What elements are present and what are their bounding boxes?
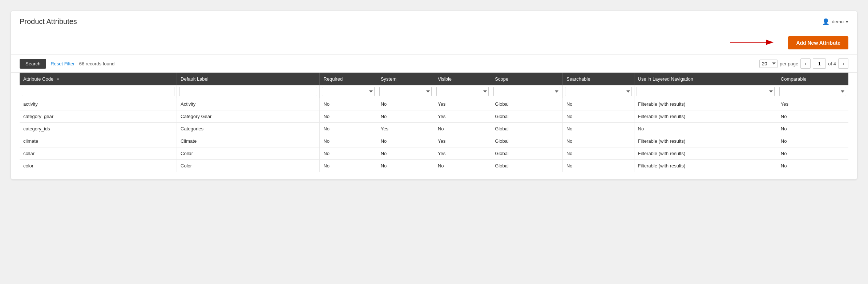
table-row[interactable]: category_gearCategory GearNoNoYesGlobalN…	[20, 110, 848, 123]
filter-label-input[interactable]	[179, 87, 317, 96]
cell-required: No	[320, 147, 377, 160]
page-number-input[interactable]	[813, 58, 826, 69]
table-row[interactable]: climateClimateNoNoYesGlobalNoFilterable …	[20, 135, 848, 147]
table-row[interactable]: collarCollarNoNoYesGlobalNoFilterable (w…	[20, 147, 848, 160]
cell-comparable: No	[777, 123, 848, 135]
cell-scope: Global	[491, 160, 563, 172]
attributes-table: Attribute Code ▼ Default Label Required …	[20, 73, 848, 172]
cell-layered: No	[634, 123, 777, 135]
col-header-comparable[interactable]: Comparable	[777, 73, 848, 85]
cell-visible: No	[434, 123, 491, 135]
per-page-select[interactable]: 20 30 50 100 200	[759, 60, 778, 68]
cell-layered: Filterable (with results)	[634, 147, 777, 160]
cell-code: category_gear	[20, 110, 177, 123]
add-new-attribute-button[interactable]: Add New Attribute	[788, 36, 848, 49]
cell-visible: Yes	[434, 135, 491, 147]
cell-required: No	[320, 123, 377, 135]
cell-searchable: No	[562, 98, 634, 110]
cell-label: Collar	[177, 147, 320, 160]
cell-layered: Filterable (with results)	[634, 110, 777, 123]
cell-system: No	[377, 98, 434, 110]
cell-comparable: No	[777, 147, 848, 160]
cell-searchable: No	[562, 123, 634, 135]
cell-label: Color	[177, 160, 320, 172]
cell-code: collar	[20, 147, 177, 160]
cell-label: Climate	[177, 135, 320, 147]
user-name: demo	[832, 19, 844, 24]
cell-comparable: Yes	[777, 98, 848, 110]
cell-searchable: No	[562, 135, 634, 147]
cell-required: No	[320, 160, 377, 172]
table-row[interactable]: category_idsCategoriesNoYesNoGlobalNoNoN…	[20, 123, 848, 135]
cell-scope: Global	[491, 110, 563, 123]
records-found-label: 66 records found	[79, 61, 115, 66]
filter-comparable-select[interactable]: YesNo	[779, 87, 846, 96]
arrow-annotation	[730, 37, 774, 49]
cell-visible: No	[434, 160, 491, 172]
search-button[interactable]: Search	[20, 59, 46, 69]
filter-code-input[interactable]	[22, 87, 174, 96]
per-page-label: per page	[780, 61, 798, 66]
cell-system: No	[377, 135, 434, 147]
prev-page-button[interactable]: ‹	[800, 58, 811, 69]
cell-system: No	[377, 160, 434, 172]
filter-scope-select[interactable]: GlobalWebsiteStore View	[493, 87, 560, 96]
user-menu[interactable]: 👤 demo ▾	[822, 18, 848, 25]
cell-searchable: No	[562, 160, 634, 172]
col-header-layered[interactable]: Use in Layered Navigation	[634, 73, 777, 85]
pagination-area: 20 30 50 100 200 per page ‹ of 4 ›	[759, 58, 848, 69]
table-container: Attribute Code ▼ Default Label Required …	[11, 73, 857, 172]
col-header-visible[interactable]: Visible	[434, 73, 491, 85]
cell-required: No	[320, 135, 377, 147]
reset-filter-link[interactable]: Reset Filter	[51, 61, 74, 66]
cell-label: Activity	[177, 98, 320, 110]
col-header-system[interactable]: System	[377, 73, 434, 85]
cell-comparable: No	[777, 110, 848, 123]
cell-code: color	[20, 160, 177, 172]
cell-code: category_ids	[20, 123, 177, 135]
cell-code: climate	[20, 135, 177, 147]
svg-marker-1	[766, 40, 774, 45]
cell-label: Category Gear	[177, 110, 320, 123]
main-card: Product Attributes 👤 demo ▾ Add New Attr…	[11, 11, 857, 179]
cell-scope: Global	[491, 147, 563, 160]
page-title: Product Attributes	[20, 17, 77, 26]
cell-system: No	[377, 110, 434, 123]
cell-label: Categories	[177, 123, 320, 135]
cell-searchable: No	[562, 110, 634, 123]
table-row[interactable]: activityActivityNoNoYesGlobalNoFilterabl…	[20, 98, 848, 110]
next-page-button[interactable]: ›	[838, 58, 848, 69]
cell-layered: Filterable (with results)	[634, 98, 777, 110]
card-header: Product Attributes 👤 demo ▾	[11, 11, 857, 31]
cell-system: Yes	[377, 123, 434, 135]
filter-system-select[interactable]: YesNo	[379, 87, 432, 96]
cell-visible: Yes	[434, 110, 491, 123]
total-pages-label: of 4	[828, 61, 836, 66]
cell-code: activity	[20, 98, 177, 110]
table-header-row: Attribute Code ▼ Default Label Required …	[20, 73, 848, 85]
col-header-code[interactable]: Attribute Code ▼	[20, 73, 177, 85]
filter-visible-select[interactable]: YesNo	[436, 87, 489, 96]
filter-row: YesNo YesNo YesNo GlobalWebsiteStore Vie…	[20, 85, 848, 98]
cell-scope: Global	[491, 135, 563, 147]
user-dropdown-icon: ▾	[846, 19, 848, 24]
col-header-required[interactable]: Required	[320, 73, 377, 85]
cell-system: No	[377, 147, 434, 160]
user-icon: 👤	[822, 18, 829, 25]
cell-comparable: No	[777, 160, 848, 172]
cell-required: No	[320, 98, 377, 110]
cell-visible: Yes	[434, 147, 491, 160]
table-row[interactable]: colorColorNoNoNoGlobalNoFilterable (with…	[20, 160, 848, 172]
col-header-searchable[interactable]: Searchable	[562, 73, 634, 85]
col-header-label[interactable]: Default Label	[177, 73, 320, 85]
filter-required-select[interactable]: YesNo	[322, 87, 374, 96]
sort-icon-code: ▼	[56, 77, 60, 81]
filter-searchable-select[interactable]: YesNo	[565, 87, 632, 96]
cell-layered: Filterable (with results)	[634, 160, 777, 172]
filter-layered-select[interactable]: Filterable (with results)Filterable (no …	[637, 87, 775, 96]
page-wrapper: Product Attributes 👤 demo ▾ Add New Attr…	[0, 0, 868, 284]
cell-scope: Global	[491, 98, 563, 110]
cell-layered: Filterable (with results)	[634, 135, 777, 147]
col-header-scope[interactable]: Scope	[491, 73, 563, 85]
cell-searchable: No	[562, 147, 634, 160]
